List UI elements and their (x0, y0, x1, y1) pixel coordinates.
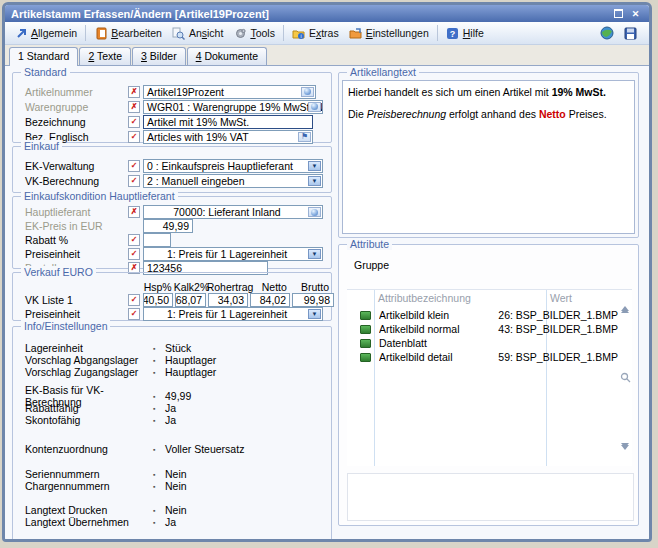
verkauf-preiseinheit-label: Preiseinheit (25, 308, 128, 320)
menu-tools[interactable]: Tools (228, 24, 280, 42)
rabatt-input[interactable] (143, 233, 171, 247)
bezeichnung-label: Bezeichnung (25, 116, 128, 128)
check-icon: ✓ (131, 133, 138, 141)
magnifier-doc-icon (172, 26, 186, 40)
warengruppe-input[interactable]: WGR01 : Warengruppe 19% MwSt. Netto (143, 100, 323, 114)
app-window: Artikelstamm Erfassen/Ändern [Artikel19P… (2, 2, 652, 542)
preiseinheit-select[interactable]: 1: Preis für 1 Lagereinheit ▼ (143, 247, 323, 261)
col-brutto: Brutto (289, 281, 329, 293)
lookup-button[interactable] (308, 102, 321, 112)
check-icon: ✓ (131, 177, 138, 185)
group-artikellangtext: Artikellangtext Hierbei handelt es sich … (338, 72, 639, 238)
desktop: Artikelstamm Erfassen/Ändern [Artikel19P… (0, 0, 658, 548)
check-icon: ✓ (131, 296, 138, 304)
scroll-top-button[interactable] (621, 294, 629, 306)
table-row[interactable]: Datenblatt (347, 337, 618, 349)
group-attribute-legend: Attribute (347, 238, 392, 250)
hsp-input[interactable]: 40,50 (143, 293, 173, 307)
netto-input[interactable]: 84,02 (250, 293, 290, 307)
kalk2-input[interactable]: 68,07 (175, 293, 206, 307)
tab-bilder[interactable]: 3 Bilder (132, 47, 186, 65)
x-icon: ✗ (131, 88, 138, 96)
sphere-icon (304, 88, 311, 95)
verkauf-column-headers: Hsp% Kalk2% Rohertrag Netto Brutto (13, 281, 331, 293)
accept-field-button[interactable]: ✓ (128, 175, 140, 187)
menu-extras[interactable]: i Extras (287, 24, 344, 42)
attr-col-header-bezeichnung[interactable]: Attributbezeichnung (378, 292, 471, 305)
group-standard: Standard Artikelnummer ✗ Artikel19Prozen… (12, 72, 332, 143)
info-row: Vorschlag Abgangslager▪Hauptlager (13, 354, 331, 366)
toolbar-right (600, 26, 645, 40)
menu-bearbeiten[interactable]: Bearbeiten (89, 24, 167, 42)
scroll-bottom-button[interactable] (621, 450, 629, 462)
lookup-button[interactable] (301, 87, 314, 97)
bezeichnung-input[interactable]: Artikel mit 19% MwSt. (143, 115, 313, 129)
accept-field-button[interactable]: ✓ (128, 160, 140, 172)
menu-hilfe[interactable]: ? Hilfe (441, 24, 489, 42)
accept-field-button[interactable]: ✓ (128, 234, 140, 246)
table-row[interactable]: Artikelbild normal 43: BSP_BILDER_1.BMP (347, 323, 618, 335)
attribute-type-icon (360, 353, 371, 362)
titlebar[interactable]: Artikelstamm Erfassen/Ändern [Artikel19P… (5, 5, 649, 22)
dropdown-button[interactable]: ▼ (308, 309, 321, 319)
arrow-ne-icon (14, 26, 28, 40)
bez-englisch-input[interactable]: Articles with 19% VAT ⚑ (143, 130, 313, 144)
brutto-input[interactable]: 99,98 (292, 293, 334, 307)
langtext-line2: Die Preisberechnung erfolgt anhand des N… (348, 107, 629, 123)
accept-field-button[interactable]: ✓ (128, 116, 140, 128)
dropdown-button[interactable]: ▼ (308, 161, 321, 171)
group-langtext-legend: Artikellangtext (347, 66, 419, 78)
close-icon: ✕ (632, 9, 640, 19)
lookup-button[interactable] (308, 207, 321, 217)
bullet-icon: ▪ (153, 393, 165, 400)
group-einkaufskondition: Einkaufskondition Hauptlieferant Hauptli… (12, 196, 332, 269)
tab-dokumente[interactable]: 4 Dokumente (187, 47, 267, 65)
ek-verwaltung-select[interactable]: 0 : Einkaufspreis Hauptlieferant ▼ (143, 159, 323, 173)
tab-standard[interactable]: 1 Standard (9, 47, 78, 66)
hauptlieferant-input[interactable]: 70000: Lieferant Inland (143, 205, 323, 219)
accept-field-button[interactable]: ✓ (128, 294, 140, 306)
clear-field-button[interactable]: ✗ (128, 101, 140, 113)
close-button[interactable]: ✕ (628, 7, 643, 20)
clear-field-button[interactable]: ✗ (128, 86, 140, 98)
rabatt-label: Rabatt % (25, 234, 128, 246)
save-icon[interactable] (623, 26, 637, 40)
rohertrag-input[interactable]: 34,03 (208, 293, 248, 307)
magnifier-icon (620, 372, 631, 383)
accept-field-button[interactable]: ✓ (128, 248, 140, 260)
scroll-up-button[interactable] (621, 308, 629, 313)
table-row[interactable]: Artikelbild detail 59: BSP_BILDER_1.BMP (347, 351, 618, 363)
verkauf-preiseinheit-select[interactable]: 1: Preis für 1 Lagereinheit ▼ (143, 307, 323, 321)
dropdown-button[interactable]: ▼ (308, 249, 321, 259)
menu-allgemein[interactable]: Allgemein (9, 24, 82, 42)
group-verkauf-euro: Verkauf EURO Hsp% Kalk2% Rohertrag Netto… (12, 272, 332, 321)
search-button[interactable] (620, 372, 631, 385)
window-title: Artikelstamm Erfassen/Ändern [Artikel19P… (11, 8, 609, 20)
check-icon: ✓ (131, 162, 138, 170)
menu-ansicht[interactable]: Ansicht (167, 24, 228, 42)
artikelnummer-input[interactable]: Artikel19Prozent (143, 85, 316, 99)
check-icon: ✓ (131, 236, 138, 244)
globe-icon[interactable] (600, 26, 614, 40)
restore-icon (614, 9, 623, 18)
tab-texte[interactable]: 2 Texte (79, 47, 131, 65)
menu-einstellungen[interactable]: Einstellungen (344, 24, 434, 42)
vk-berechnung-select[interactable]: 2 : Manuell eingeben ▼ (143, 174, 323, 188)
ek-preis-input[interactable]: 49,99 (143, 219, 193, 233)
table-row[interactable]: Artikelbild klein 26: BSP_BILDER_1.BMP (347, 309, 618, 321)
tab-content-standard: Standard Artikelnummer ✗ Artikel19Prozen… (5, 66, 649, 542)
clear-field-button[interactable]: ✗ (128, 206, 140, 218)
attr-col-header-wert[interactable]: Wert (550, 292, 572, 305)
artikellangtext-editor[interactable]: Hierbei handelt es sich um einen Artikel… (342, 80, 635, 234)
gear-icon (233, 26, 247, 40)
group-einkaufskondition-legend: Einkaufskondition Hauptlieferant (21, 190, 178, 202)
translate-button[interactable]: ⚑ (298, 132, 311, 142)
accept-field-button[interactable]: ✓ (128, 131, 140, 143)
dropdown-button[interactable]: ▼ (308, 176, 321, 186)
bullet-icon: ▪ (153, 345, 165, 352)
restore-button[interactable] (611, 7, 626, 20)
group-einkauf: Einkauf EK-Verwaltung ✓ 0 : Einkaufsprei… (12, 146, 332, 193)
hauptlieferant-label: Hauptlieferant (25, 206, 128, 218)
accept-field-button[interactable]: ✓ (128, 308, 140, 320)
attribute-detail-panel (347, 473, 634, 521)
